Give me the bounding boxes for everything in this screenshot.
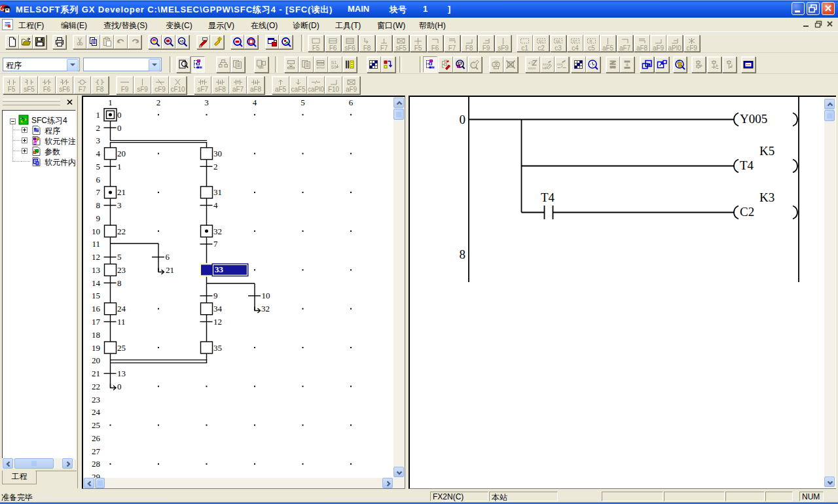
svg-text:21: 21 [117,187,126,197]
svg-text:12: 12 [92,252,100,262]
svg-text:32: 32 [261,304,270,314]
svg-text:error: error [317,65,325,69]
svg-text:2: 2 [96,123,101,133]
svg-text:10: 10 [262,291,270,300]
svg-text:23: 23 [92,395,100,405]
svg-text:K5: K5 [759,144,774,158]
svg-text:33: 33 [215,264,224,274]
svg-text:16: 16 [92,304,101,314]
svg-text:8: 8 [96,200,101,210]
svg-text:21: 21 [92,369,100,378]
svg-text:T4: T4 [541,190,555,204]
svg-text:xxxx: xxxx [528,65,536,69]
svg-text:Y005: Y005 [740,112,767,126]
svg-text:11: 11 [117,317,126,327]
svg-text:5: 5 [117,252,122,262]
svg-text:+7: +7 [528,60,533,65]
svg-text:21: 21 [166,265,174,275]
svg-text:8: 8 [117,278,122,288]
svg-text:14: 14 [92,278,101,288]
svg-text:R: R [590,39,592,43]
svg-text:25: 25 [92,420,100,430]
svg-text:xxx: xxx [557,62,563,65]
svg-text:17: 17 [92,317,101,327]
svg-text:4: 4 [253,98,257,107]
svg-text:S1: S1 [331,60,337,64]
svg-text:1: 1 [96,110,101,120]
svg-text:24: 24 [117,304,126,314]
svg-text:2: 2 [213,162,218,171]
svg-text:0: 0 [117,382,122,391]
svg-text:26: 26 [92,433,101,443]
svg-text:19: 19 [92,343,100,353]
svg-text:S9: S9 [331,64,337,69]
svg-text:5: 5 [96,162,101,171]
svg-text:AB: AB [179,39,184,43]
svg-text:22: 22 [92,382,100,391]
svg-text:6: 6 [96,175,101,185]
svg-text:13: 13 [92,265,100,275]
svg-text:0: 0 [117,110,122,120]
svg-text:25: 25 [117,343,126,353]
svg-text:20: 20 [92,355,100,365]
svg-text:9: 9 [96,213,101,223]
svg-text:SC: SC [539,39,544,43]
svg-text:7: 7 [96,187,101,197]
svg-text:23: 23 [117,265,126,275]
svg-text:7: 7 [213,239,218,249]
svg-text:34: 34 [213,304,223,314]
svg-text:5: 5 [301,98,305,107]
svg-text:9: 9 [213,291,218,300]
svg-text:K3: K3 [759,190,774,204]
svg-text:13: 13 [117,369,126,378]
svg-text:3: 3 [204,98,209,107]
svg-text:27: 27 [92,446,101,456]
svg-text:20: 20 [117,149,126,158]
svg-text:11: 11 [92,239,100,249]
svg-text:2: 2 [156,98,161,107]
svg-text:ST: ST [573,39,578,43]
svg-text:12: 12 [213,317,222,327]
svg-text:10: 10 [92,226,100,236]
svg-text:T4: T4 [740,158,754,172]
svg-text:22: 22 [117,226,126,236]
svg-text:SE: SE [556,39,561,43]
svg-text:0: 0 [460,113,466,126]
svg-text:28: 28 [92,459,100,469]
svg-text:1: 1 [117,162,122,171]
svg-text:24: 24 [92,407,101,417]
svg-text:4: 4 [96,149,101,158]
svg-text:8: 8 [460,247,466,261]
svg-text:3: 3 [96,135,101,145]
svg-text:32: 32 [213,226,222,236]
svg-text:30: 30 [213,149,222,158]
svg-text:6: 6 [166,252,170,262]
svg-text:18: 18 [92,330,100,340]
svg-text:15: 15 [92,291,100,300]
svg-text:6: 6 [349,98,354,107]
svg-text:31: 31 [213,187,222,197]
svg-text:4: 4 [213,200,218,210]
svg-text:1: 1 [108,98,113,107]
svg-text:29: 29 [92,472,100,478]
svg-text:0: 0 [117,123,122,133]
svg-text:3: 3 [117,200,122,210]
svg-text:C2: C2 [740,205,754,219]
svg-text:35: 35 [213,343,222,353]
